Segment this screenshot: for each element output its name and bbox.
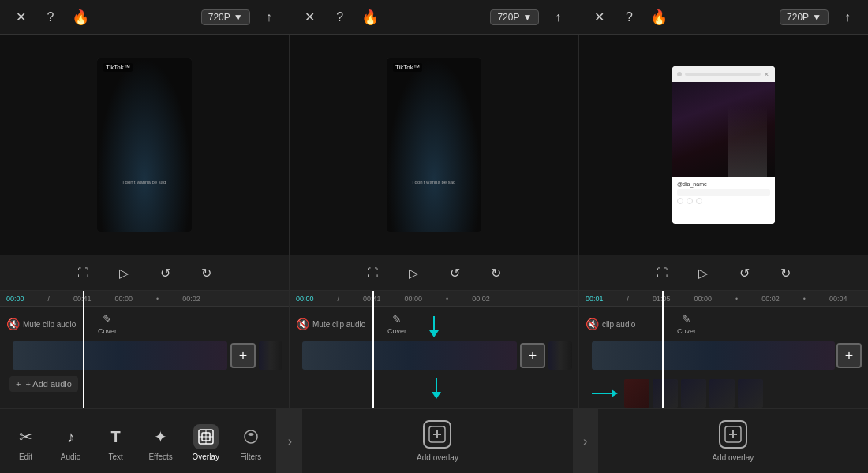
post-footer: @dia_name bbox=[672, 177, 775, 209]
cyan-right-arrow bbox=[592, 389, 618, 397]
play-button-1[interactable]: ▷ bbox=[111, 260, 137, 285]
video-bg-2 bbox=[387, 58, 481, 232]
add-clip-button-3[interactable]: + bbox=[836, 343, 862, 368]
redo-button-1[interactable]: ↻ bbox=[193, 260, 219, 285]
ruler-mark-1b: • bbox=[156, 295, 159, 303]
toolbar-item-audio[interactable]: ♪ Audio bbox=[52, 424, 90, 461]
timeline-ruler-3: 00:01 / 01:05 00:00 • 00:02 • 00:04 bbox=[579, 291, 868, 307]
edit-label: Edit bbox=[19, 453, 32, 461]
mute-icon-3[interactable]: 🔇 bbox=[586, 318, 599, 330]
video-thumb-1b bbox=[259, 341, 282, 370]
expand-button-2[interactable]: ⛶ bbox=[360, 260, 385, 285]
toolbar-section-3: Add overlay bbox=[598, 409, 868, 473]
ruler-mark-3b: • bbox=[735, 295, 738, 303]
post-action-icons bbox=[677, 198, 770, 204]
post-title-bar bbox=[685, 73, 761, 76]
text-icon: T bbox=[103, 424, 129, 449]
cyan-right-head bbox=[612, 389, 618, 397]
toolbar-item-edit[interactable]: ✂ Edit bbox=[7, 424, 45, 461]
expand-button-3[interactable]: ⛶ bbox=[649, 260, 675, 285]
add-overlay-button-2[interactable]: Add overlay bbox=[417, 420, 458, 462]
undo-button-3[interactable]: ↺ bbox=[731, 260, 757, 285]
overlay-tracks-3 bbox=[592, 379, 862, 408]
close-button-3[interactable]: ✕ bbox=[588, 6, 610, 28]
ruler-mark-1c: 00:02 bbox=[182, 295, 200, 303]
overlay-thumb-3a bbox=[624, 379, 649, 408]
quality-label-3: 720P bbox=[787, 12, 809, 23]
track-controls-1: 🔇 Mute clip audio bbox=[6, 318, 85, 330]
toolbar-item-effects[interactable]: ✦ Effects bbox=[142, 424, 180, 461]
add-clip-button-1[interactable]: + bbox=[230, 343, 256, 368]
expand-button-1[interactable]: ⛶ bbox=[70, 260, 95, 285]
track-row-video-2: + bbox=[296, 341, 572, 370]
close-button-1[interactable]: ✕ bbox=[9, 6, 32, 28]
video-thumb-3a bbox=[592, 341, 835, 370]
audio-label: Audio bbox=[61, 453, 81, 461]
add-overlay-button-3[interactable]: Add overlay bbox=[712, 420, 754, 462]
track-controls-3: 🔇 clip audio bbox=[586, 318, 664, 330]
top-right-2: 720P ▼ ↑ bbox=[490, 6, 569, 28]
mute-label-2: Mute clip audio bbox=[312, 320, 365, 329]
upload-button-3[interactable]: ↑ bbox=[836, 6, 859, 28]
cover-button-1[interactable]: ✎ Cover bbox=[92, 313, 123, 335]
add-overlay-icon-2 bbox=[423, 420, 451, 449]
flame-icon-1: 🔥 bbox=[69, 6, 92, 28]
filters-label: Filters bbox=[240, 453, 261, 461]
quality-selector-1[interactable]: 720P ▼ bbox=[201, 9, 250, 25]
help-button-3[interactable]: ? bbox=[618, 6, 640, 28]
ruler-mark-2c: 00:02 bbox=[472, 295, 490, 303]
time-current-1: 00:00 bbox=[6, 295, 24, 303]
track-controls-2: 🔇 Mute clip audio bbox=[296, 318, 375, 330]
mute-icon-2[interactable]: 🔇 bbox=[296, 318, 309, 330]
mute-icon-1[interactable]: 🔇 bbox=[6, 318, 20, 330]
quality-selector-2[interactable]: 720P ▼ bbox=[490, 9, 539, 25]
timeline-tracks-1: 🔇 Mute clip audio ✎ Cover + + + Add bbox=[0, 307, 289, 398]
top-left-2: ✕ ? 🔥 bbox=[299, 6, 381, 28]
top-right-3: 720P ▼ ↑ bbox=[780, 6, 859, 28]
add-clip-button-2[interactable]: + bbox=[520, 343, 545, 368]
close-button-2[interactable]: ✕ bbox=[299, 6, 321, 28]
cover-button-2[interactable]: ✎ Cover bbox=[381, 313, 413, 335]
cover-icon-2: ✎ bbox=[392, 313, 402, 326]
help-button-1[interactable]: ? bbox=[39, 6, 62, 28]
add-audio-button-1[interactable]: + + Add audio bbox=[9, 376, 78, 392]
redo-button-2[interactable]: ↻ bbox=[483, 260, 508, 285]
cover-icon-1: ✎ bbox=[103, 313, 112, 326]
redo-button-3[interactable]: ↻ bbox=[773, 260, 798, 285]
quality-label-1: 720P bbox=[208, 12, 230, 23]
toolbar-item-text[interactable]: T Text bbox=[97, 424, 135, 461]
cover-button-3[interactable]: ✎ Cover bbox=[671, 313, 702, 335]
undo-button-2[interactable]: ↺ bbox=[442, 260, 467, 285]
video-preview-1: TikTok™ i don't wanna be sad bbox=[97, 58, 192, 232]
toolbar-item-overlay[interactable]: Overlay bbox=[187, 424, 225, 461]
filters-icon bbox=[238, 424, 264, 449]
post-like-icon bbox=[677, 198, 683, 204]
control-section-3: ⛶ ▷ ↺ ↻ bbox=[579, 255, 868, 290]
add-audio-plus-1: + bbox=[16, 379, 21, 389]
time-current-2: 00:00 bbox=[296, 295, 314, 303]
video-preview-2: TikTok™ i don't wanna be sad bbox=[387, 58, 481, 232]
post-dot bbox=[677, 72, 682, 76]
audio-icon: ♪ bbox=[58, 424, 84, 449]
upload-button-1[interactable]: ↑ bbox=[258, 6, 280, 28]
cyan-arrow-line-2 bbox=[433, 316, 435, 330]
play-button-2[interactable]: ▷ bbox=[401, 260, 426, 285]
help-button-2[interactable]: ? bbox=[329, 6, 351, 28]
effects-label: Effects bbox=[148, 453, 172, 461]
preview-panel-1: TikTok™ i don't wanna be sad bbox=[0, 35, 290, 255]
playhead-2 bbox=[372, 291, 374, 408]
overlay-thumb-3d bbox=[709, 379, 735, 408]
chevron-right-2[interactable]: › bbox=[573, 409, 598, 473]
quality-selector-3[interactable]: 720P ▼ bbox=[780, 9, 829, 25]
toolbar-item-filters[interactable]: Filters bbox=[232, 424, 270, 461]
chevron-right-1[interactable]: › bbox=[277, 409, 302, 473]
video-subtitle-1: i don't wanna be sad bbox=[120, 180, 170, 184]
quality-arrow-3: ▼ bbox=[812, 12, 821, 23]
play-button-3[interactable]: ▷ bbox=[690, 260, 716, 285]
undo-button-1[interactable]: ↺ bbox=[152, 260, 178, 285]
upload-button-2[interactable]: ↑ bbox=[547, 6, 569, 28]
cover-label-3: Cover bbox=[677, 327, 696, 335]
post-header: ✕ bbox=[672, 66, 775, 82]
time-sep-2: / bbox=[338, 295, 340, 303]
quality-label-2: 720P bbox=[497, 12, 519, 23]
